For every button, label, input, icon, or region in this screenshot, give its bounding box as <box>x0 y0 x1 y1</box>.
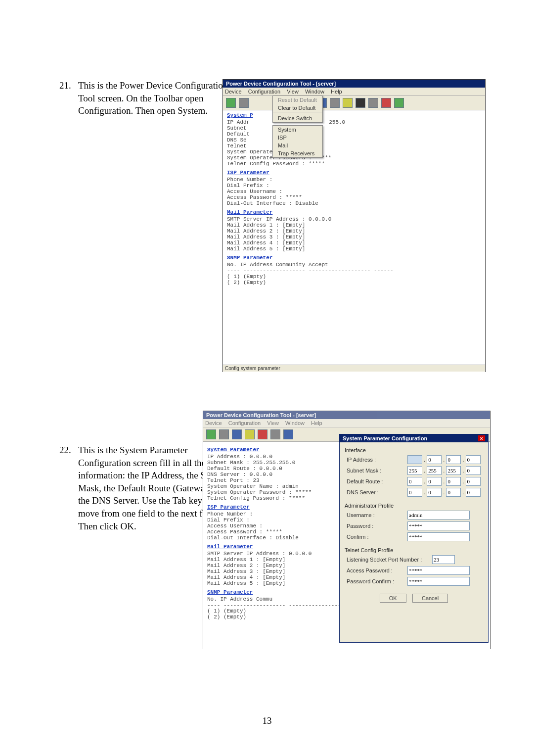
snmp-row: ( 2) (Empty) <box>227 280 481 285</box>
ip-octet-3[interactable] <box>446 455 461 464</box>
dns-octet-3[interactable] <box>446 488 461 497</box>
toolbar <box>223 96 485 110</box>
line: SMTP Server IP Address : 0.0.0.0 <box>227 216 481 222</box>
menu-device[interactable]: Device <box>205 420 222 426</box>
toolbar-icon[interactable] <box>343 98 353 108</box>
line: System Operater Name : admin <box>227 149 481 155</box>
step-number: 22. <box>59 444 78 457</box>
mask-octet-3[interactable] <box>446 466 461 475</box>
password-confirm-field[interactable] <box>407 577 470 586</box>
label-confirm: Confirm : <box>347 534 406 540</box>
menu-bar[interactable]: Device Configuration View Window Help <box>203 419 490 427</box>
mask-octet-1[interactable] <box>407 466 422 475</box>
snmp-header: No. IP Address Community Accept <box>227 262 481 268</box>
status-bar: Config system parameter <box>223 365 485 372</box>
toolbar-icon[interactable] <box>356 98 365 108</box>
dns-octet-4[interactable] <box>466 488 481 497</box>
label-password: Password : <box>347 523 406 529</box>
route-octet-3[interactable] <box>446 477 461 486</box>
toolbar-icon[interactable] <box>245 429 255 439</box>
line: Access Password : ***** <box>227 194 481 200</box>
toolbar-icon[interactable] <box>394 98 404 108</box>
heading-system: System P <box>227 112 481 118</box>
submenu-mail[interactable]: Mail <box>273 142 322 149</box>
line: Access Username : <box>227 189 481 194</box>
screenshot-config-menu: Power Device Configuration Tool - [serve… <box>222 79 486 372</box>
route-octet-4[interactable] <box>466 477 481 486</box>
heading-snmp: SNMP Parameter <box>227 255 481 261</box>
menu-device[interactable]: Device <box>225 89 242 94</box>
password-field[interactable] <box>407 521 470 530</box>
menu-item-switch[interactable]: Device Switch <box>273 114 322 122</box>
cancel-button[interactable]: Cancel <box>412 594 448 603</box>
port-field[interactable] <box>432 555 455 564</box>
toolbar-icon[interactable] <box>219 429 229 439</box>
screenshot-system-dialog: Power Device Configuration Tool - [serve… <box>203 411 490 649</box>
section-interface: Interface <box>345 447 483 453</box>
toolbar-icon[interactable] <box>381 98 391 108</box>
label-route: Default Route : <box>347 478 406 484</box>
menu-view[interactable]: View <box>267 420 279 426</box>
menu-view[interactable]: View <box>287 89 299 94</box>
menu-configuration[interactable]: Configuration <box>228 420 261 426</box>
line: Mail Address 4 : [Empty] <box>227 240 481 246</box>
submenu-trap[interactable]: Trap Receivers <box>273 149 322 157</box>
label-dns: DNS Server : <box>347 489 406 495</box>
submenu-isp[interactable]: ISP <box>273 134 322 142</box>
ip-octet-4[interactable] <box>466 455 481 464</box>
label-username: Username : <box>347 512 406 518</box>
line: Phone Number : <box>227 177 481 183</box>
toolbar-icon[interactable] <box>258 429 267 439</box>
toolbar-icon[interactable] <box>283 429 293 439</box>
window-title: Power Device Configuration Tool - [serve… <box>203 411 490 419</box>
dns-octet-1[interactable] <box>407 488 422 497</box>
toolbar-icon[interactable] <box>226 98 236 108</box>
line: Mail Address 1 : [Empty] <box>227 222 481 228</box>
label-ip: IP Address : <box>347 457 406 463</box>
line: IP Addr255.0 <box>227 119 481 125</box>
system-parameter-dialog: System Parameter Configuration × Interfa… <box>339 434 489 643</box>
configuration-dropdown[interactable]: Reset to Default Clear to Default Device… <box>272 95 323 123</box>
toolbar-icon[interactable] <box>270 429 280 439</box>
line: Telnet <box>227 143 481 149</box>
menu-item-reset[interactable]: Reset to Default <box>273 96 322 104</box>
menu-window[interactable]: Window <box>285 420 305 426</box>
line: Default <box>227 131 481 137</box>
line: Telnet Config Password : ***** <box>227 161 481 167</box>
username-field[interactable] <box>407 511 470 520</box>
heading-mail: Mail Parameter <box>227 209 481 215</box>
toolbar-icon[interactable] <box>239 98 249 108</box>
mask-octet-2[interactable] <box>427 466 442 475</box>
toolbar-icon[interactable] <box>232 429 242 439</box>
route-octet-2[interactable] <box>427 477 442 486</box>
ip-octet-1[interactable] <box>407 455 422 464</box>
line: Mail Address 2 : [Empty] <box>227 228 481 234</box>
menu-bar[interactable]: Device Configuration View Window Help <box>223 88 485 96</box>
configuration-submenu[interactable]: System ISP Mail Trap Receivers <box>272 125 323 158</box>
route-octet-1[interactable] <box>407 477 422 486</box>
line: DNS Se <box>227 137 481 143</box>
menu-item-clear[interactable]: Clear to Default <box>273 104 322 112</box>
toolbar-icon[interactable] <box>206 429 216 439</box>
line: Dial-Out Interface : Disable <box>227 200 481 206</box>
menu-configuration[interactable]: Configuration <box>248 89 280 94</box>
ok-button[interactable]: OK <box>380 594 406 603</box>
label-password-confirm: Password Confirm : <box>347 578 406 584</box>
ip-octet-2[interactable] <box>427 455 442 464</box>
line: System Operater Password : ***** <box>227 155 481 161</box>
menu-help[interactable]: Help <box>331 89 342 94</box>
menu-help[interactable]: Help <box>311 420 322 426</box>
toolbar-icon[interactable] <box>368 98 378 108</box>
confirm-field[interactable] <box>407 532 470 541</box>
window-title: Power Device Configuration Tool - [serve… <box>223 80 485 88</box>
mask-octet-4[interactable] <box>466 466 481 475</box>
line: Mail Address 5 : [Empty] <box>227 246 481 252</box>
close-icon[interactable]: × <box>478 435 485 441</box>
menu-window[interactable]: Window <box>305 89 324 94</box>
dns-octet-2[interactable] <box>427 488 442 497</box>
access-password-field[interactable] <box>407 566 470 575</box>
submenu-system[interactable]: System <box>273 126 322 134</box>
section-telnet: Telnet Config Profile <box>345 547 483 553</box>
dialog-title: System Parameter Configuration <box>343 435 427 441</box>
toolbar-icon[interactable] <box>330 98 340 108</box>
